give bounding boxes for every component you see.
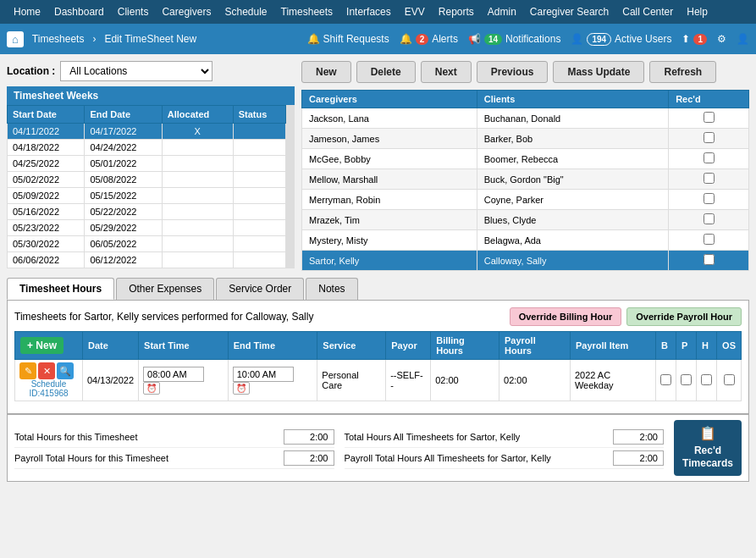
payroll-total-all-value[interactable] bbox=[613, 450, 664, 466]
cg-caregiver: Jameson, James bbox=[302, 129, 477, 149]
cg-recd[interactable] bbox=[669, 169, 749, 190]
recd-checkbox[interactable] bbox=[704, 132, 715, 143]
timecards-icon: 📋 bbox=[699, 425, 716, 443]
nav-schedule[interactable]: Schedule bbox=[218, 0, 273, 24]
override-payroll-btn[interactable]: Override Payroll Hour bbox=[626, 307, 742, 326]
tab-timesheet-hours[interactable]: Timesheet Hours bbox=[7, 278, 114, 300]
tab-notes[interactable]: Notes bbox=[306, 278, 357, 300]
recd-checkbox[interactable] bbox=[704, 173, 715, 184]
row-h-checkbox[interactable] bbox=[697, 360, 717, 401]
active-users[interactable]: 👤 194 Active Users bbox=[571, 33, 671, 46]
nav-call-center[interactable]: Call Center bbox=[615, 0, 680, 24]
start-clock-btn[interactable]: ⏰ bbox=[143, 382, 160, 395]
override-billing-btn[interactable]: Override Billing Hour bbox=[510, 307, 622, 326]
breadcrumb-timesheets[interactable]: Timesheets bbox=[32, 33, 85, 45]
h-check[interactable] bbox=[701, 374, 712, 385]
nav-home[interactable]: Home bbox=[7, 0, 47, 24]
cg-caregiver: Sartor, Kelly bbox=[302, 251, 477, 271]
recd-checkbox[interactable] bbox=[704, 112, 715, 123]
os-check[interactable] bbox=[724, 374, 735, 385]
notifications[interactable]: 📢 14 Notifications bbox=[468, 33, 561, 45]
timesheet-week-row[interactable]: 04/25/2022 05/01/2022 bbox=[8, 156, 286, 172]
end-time-input[interactable] bbox=[233, 367, 294, 382]
recd-timecards-button[interactable]: 📋 Rec'dTimecards bbox=[674, 420, 742, 476]
timesheet-week-row[interactable]: 04/11/2022 04/17/2022 X bbox=[8, 124, 286, 140]
new-button[interactable]: New bbox=[301, 61, 351, 83]
scrollbar[interactable] bbox=[286, 105, 295, 268]
location-select[interactable]: All Locations bbox=[60, 61, 212, 81]
timesheet-week-row[interactable]: 05/16/2022 05/22/2022 bbox=[8, 204, 286, 220]
edit-icon[interactable]: ✎ bbox=[19, 362, 36, 379]
end-clock-btn[interactable]: ⏰ bbox=[233, 382, 250, 395]
upload-section[interactable]: ⬆ 1 bbox=[682, 33, 707, 45]
nav-evv[interactable]: EVV bbox=[398, 0, 432, 24]
recd-checkbox[interactable] bbox=[704, 213, 715, 224]
hours-new-button[interactable]: + New bbox=[20, 337, 63, 354]
p-check[interactable] bbox=[681, 374, 692, 385]
nav-help[interactable]: Help bbox=[680, 0, 715, 24]
week-start-date: 05/09/2022 bbox=[8, 188, 85, 204]
cg-recd[interactable] bbox=[669, 230, 749, 251]
timesheet-week-row[interactable]: 04/18/2022 04/24/2022 bbox=[8, 140, 286, 156]
payroll-total-value[interactable] bbox=[284, 450, 334, 466]
nav-admin[interactable]: Admin bbox=[481, 0, 523, 24]
settings[interactable]: ⚙ bbox=[717, 33, 726, 45]
caregiver-row[interactable]: Jameson, James Barker, Bob bbox=[302, 129, 749, 149]
search-icon[interactable]: 🔍 bbox=[57, 362, 74, 379]
next-button[interactable]: Next bbox=[421, 61, 472, 83]
refresh-button[interactable]: Refresh bbox=[649, 61, 716, 83]
col-allocated: Allocated bbox=[162, 106, 233, 124]
user-profile[interactable]: 👤 bbox=[737, 33, 749, 45]
timesheet-week-row[interactable]: 05/09/2022 05/15/2022 bbox=[8, 188, 286, 204]
tab-service-order[interactable]: Service Order bbox=[216, 278, 304, 300]
mass-update-button[interactable]: Mass Update bbox=[553, 61, 644, 83]
caregiver-row[interactable]: Mystery, Misty Belagwa, Ada bbox=[302, 230, 749, 251]
start-time-input[interactable] bbox=[143, 367, 204, 382]
timesheet-week-row[interactable]: 06/06/2022 06/12/2022 bbox=[8, 252, 286, 268]
recd-checkbox[interactable] bbox=[704, 193, 715, 204]
nav-clients[interactable]: Clients bbox=[111, 0, 156, 24]
row-b-checkbox[interactable] bbox=[656, 360, 676, 401]
timesheet-week-row[interactable]: 05/30/2022 06/05/2022 bbox=[8, 236, 286, 252]
tab-other-expenses[interactable]: Other Expenses bbox=[116, 278, 214, 300]
previous-button[interactable]: Previous bbox=[477, 61, 549, 83]
caregiver-row[interactable]: Sartor, Kelly Calloway, Sally bbox=[302, 251, 749, 271]
nav-caregivers[interactable]: Caregivers bbox=[155, 0, 218, 24]
cg-recd[interactable] bbox=[669, 108, 749, 129]
delete-button[interactable]: Delete bbox=[356, 61, 416, 83]
week-status bbox=[233, 172, 286, 188]
cg-recd[interactable] bbox=[669, 129, 749, 149]
caregiver-row[interactable]: Mrazek, Tim Blues, Clyde bbox=[302, 210, 749, 230]
total-hours-all-value[interactable] bbox=[613, 429, 664, 445]
recd-checkbox[interactable] bbox=[704, 152, 715, 163]
alerts[interactable]: 🔔 2 Alerts bbox=[400, 33, 458, 45]
cg-recd[interactable] bbox=[669, 190, 749, 210]
caregiver-row[interactable]: Merryman, Robin Coyne, Parker bbox=[302, 190, 749, 210]
delete-icon[interactable]: ✕ bbox=[38, 362, 55, 379]
hours-col-service: Service bbox=[317, 332, 386, 360]
shift-requests[interactable]: 🔔 Shift Requests bbox=[307, 33, 389, 45]
timesheet-week-row[interactable]: 05/02/2022 05/08/2022 bbox=[8, 172, 286, 188]
timesheet-week-row[interactable]: 05/23/2022 05/29/2022 bbox=[8, 220, 286, 236]
cg-recd[interactable] bbox=[669, 251, 749, 271]
cg-recd[interactable] bbox=[669, 210, 749, 230]
caregiver-row[interactable]: Mellow, Marshall Buck, Gordon "Big" bbox=[302, 169, 749, 190]
cg-recd[interactable] bbox=[669, 149, 749, 169]
hours-table: + New Date Start Time End Time Service P… bbox=[14, 331, 742, 401]
nav-interfaces[interactable]: Interfaces bbox=[339, 0, 398, 24]
week-end-date: 04/17/2022 bbox=[85, 124, 162, 140]
recd-checkbox[interactable] bbox=[704, 234, 715, 245]
caregiver-row[interactable]: McGee, Bobby Boomer, Rebecca bbox=[302, 149, 749, 169]
nav-caregiver-search[interactable]: Caregiver Search bbox=[523, 0, 615, 24]
recd-checkbox[interactable] bbox=[704, 254, 715, 265]
caregivers-scroll[interactable]: Caregivers Clients Rec'd Jackson, Lana B… bbox=[301, 90, 749, 271]
nav-timesheets[interactable]: Timesheets bbox=[274, 0, 340, 24]
nav-dashboard[interactable]: Dashboard bbox=[47, 0, 111, 24]
total-hours-value[interactable] bbox=[284, 429, 334, 445]
row-p-checkbox[interactable] bbox=[676, 360, 697, 401]
nav-reports[interactable]: Reports bbox=[432, 0, 481, 24]
b-check[interactable] bbox=[660, 374, 671, 385]
row-os-checkbox[interactable] bbox=[717, 360, 742, 401]
home-icon[interactable]: ⌂ bbox=[7, 31, 24, 47]
caregiver-row[interactable]: Jackson, Lana Buchanan, Donald bbox=[302, 108, 749, 129]
